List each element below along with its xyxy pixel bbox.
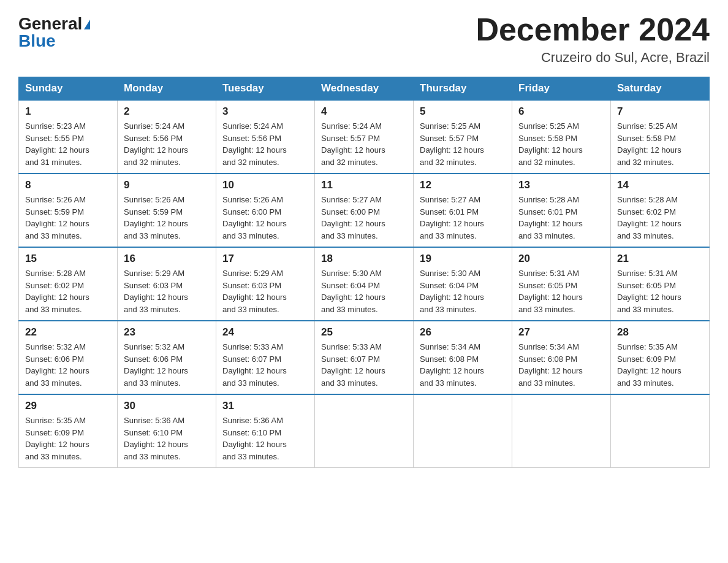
day-info: Sunrise: 5:26 AMSunset: 6:00 PMDaylight:…	[222, 194, 308, 242]
calendar-cell: 30Sunrise: 5:36 AMSunset: 6:10 PMDayligh…	[118, 394, 216, 468]
day-info: Sunrise: 5:28 AMSunset: 6:02 PMDaylight:…	[25, 267, 111, 315]
day-number: 20	[518, 253, 604, 265]
day-number: 5	[420, 105, 506, 118]
day-number: 17	[222, 253, 308, 265]
calendar-cell: 4Sunrise: 5:24 AMSunset: 5:57 PMDaylight…	[315, 100, 414, 174]
day-number: 31	[222, 400, 308, 412]
calendar-cell: 13Sunrise: 5:28 AMSunset: 6:01 PMDayligh…	[512, 174, 611, 247]
weekday-header-friday: Friday	[512, 77, 611, 101]
weekday-header-tuesday: Tuesday	[216, 77, 315, 101]
calendar-cell	[611, 394, 710, 468]
calendar-cell: 2Sunrise: 5:24 AMSunset: 5:56 PMDaylight…	[118, 100, 216, 174]
day-info: Sunrise: 5:25 AMSunset: 5:58 PMDaylight:…	[617, 120, 703, 168]
day-info: Sunrise: 5:28 AMSunset: 6:01 PMDaylight:…	[518, 194, 604, 242]
day-number: 27	[518, 326, 604, 339]
calendar-cell: 18Sunrise: 5:30 AMSunset: 6:04 PMDayligh…	[315, 247, 414, 321]
calendar-cell: 20Sunrise: 5:31 AMSunset: 6:05 PMDayligh…	[512, 247, 611, 321]
calendar-cell: 6Sunrise: 5:25 AMSunset: 5:58 PMDaylight…	[512, 100, 611, 174]
weekday-header-thursday: Thursday	[414, 77, 512, 101]
day-info: Sunrise: 5:24 AMSunset: 5:56 PMDaylight:…	[222, 120, 308, 168]
weekday-header-monday: Monday	[118, 77, 216, 101]
day-number: 3	[222, 105, 308, 118]
day-number: 30	[124, 400, 210, 412]
day-number: 21	[617, 253, 703, 265]
calendar-cell: 14Sunrise: 5:28 AMSunset: 6:02 PMDayligh…	[611, 174, 710, 247]
calendar-cell: 29Sunrise: 5:35 AMSunset: 6:09 PMDayligh…	[19, 394, 118, 468]
calendar-cell: 28Sunrise: 5:35 AMSunset: 6:09 PMDayligh…	[611, 321, 710, 394]
day-info: Sunrise: 5:34 AMSunset: 6:08 PMDaylight:…	[518, 341, 604, 389]
calendar-cell: 26Sunrise: 5:34 AMSunset: 6:08 PMDayligh…	[414, 321, 512, 394]
day-number: 4	[321, 105, 407, 118]
logo-general-line: General	[18, 15, 90, 33]
day-info: Sunrise: 5:29 AMSunset: 6:03 PMDaylight:…	[222, 267, 308, 315]
calendar-cell: 12Sunrise: 5:27 AMSunset: 6:01 PMDayligh…	[414, 174, 512, 247]
day-number: 25	[321, 326, 407, 339]
calendar-cell: 10Sunrise: 5:26 AMSunset: 6:00 PMDayligh…	[216, 174, 315, 247]
calendar-cell: 9Sunrise: 5:26 AMSunset: 5:59 PMDaylight…	[118, 174, 216, 247]
calendar-cell	[512, 394, 611, 468]
day-info: Sunrise: 5:30 AMSunset: 6:04 PMDaylight:…	[321, 267, 407, 315]
day-number: 12	[420, 179, 506, 191]
calendar-cell: 31Sunrise: 5:36 AMSunset: 6:10 PMDayligh…	[216, 394, 315, 468]
month-title: December 2024	[476, 12, 710, 47]
day-number: 24	[222, 326, 308, 339]
day-number: 19	[420, 253, 506, 265]
week-row-5: 29Sunrise: 5:35 AMSunset: 6:09 PMDayligh…	[19, 394, 710, 468]
day-info: Sunrise: 5:33 AMSunset: 6:07 PMDaylight:…	[222, 341, 308, 389]
calendar-cell	[315, 394, 414, 468]
calendar-cell: 24Sunrise: 5:33 AMSunset: 6:07 PMDayligh…	[216, 321, 315, 394]
calendar-cell: 22Sunrise: 5:32 AMSunset: 6:06 PMDayligh…	[19, 321, 118, 394]
day-number: 26	[420, 326, 506, 339]
week-row-4: 22Sunrise: 5:32 AMSunset: 6:06 PMDayligh…	[19, 321, 710, 394]
day-info: Sunrise: 5:35 AMSunset: 6:09 PMDaylight:…	[617, 341, 703, 389]
day-info: Sunrise: 5:36 AMSunset: 6:10 PMDaylight:…	[222, 415, 308, 462]
day-number: 18	[321, 253, 407, 265]
day-info: Sunrise: 5:28 AMSunset: 6:02 PMDaylight:…	[617, 194, 703, 242]
day-info: Sunrise: 5:33 AMSunset: 6:07 PMDaylight:…	[321, 341, 407, 389]
week-row-2: 8Sunrise: 5:26 AMSunset: 5:59 PMDaylight…	[19, 174, 710, 247]
calendar-cell: 11Sunrise: 5:27 AMSunset: 6:00 PMDayligh…	[315, 174, 414, 247]
day-info: Sunrise: 5:27 AMSunset: 6:01 PMDaylight:…	[420, 194, 506, 242]
day-info: Sunrise: 5:31 AMSunset: 6:05 PMDaylight:…	[518, 267, 604, 315]
day-number: 23	[124, 326, 210, 339]
day-number: 9	[124, 179, 210, 191]
calendar-cell: 23Sunrise: 5:32 AMSunset: 6:06 PMDayligh…	[118, 321, 216, 394]
day-info: Sunrise: 5:30 AMSunset: 6:04 PMDaylight:…	[420, 267, 506, 315]
calendar-cell: 21Sunrise: 5:31 AMSunset: 6:05 PMDayligh…	[611, 247, 710, 321]
week-row-3: 15Sunrise: 5:28 AMSunset: 6:02 PMDayligh…	[19, 247, 710, 321]
day-info: Sunrise: 5:23 AMSunset: 5:55 PMDaylight:…	[25, 120, 111, 168]
day-number: 22	[25, 326, 111, 339]
day-info: Sunrise: 5:29 AMSunset: 6:03 PMDaylight:…	[124, 267, 210, 315]
day-info: Sunrise: 5:26 AMSunset: 5:59 PMDaylight:…	[25, 194, 111, 242]
day-number: 10	[222, 179, 308, 191]
calendar-cell: 15Sunrise: 5:28 AMSunset: 6:02 PMDayligh…	[19, 247, 118, 321]
calendar-cell: 5Sunrise: 5:25 AMSunset: 5:57 PMDaylight…	[414, 100, 512, 174]
day-number: 7	[617, 105, 703, 118]
weekday-header-row: SundayMondayTuesdayWednesdayThursdayFrid…	[19, 77, 710, 101]
day-number: 6	[518, 105, 604, 118]
day-info: Sunrise: 5:31 AMSunset: 6:05 PMDaylight:…	[617, 267, 703, 315]
calendar-cell: 3Sunrise: 5:24 AMSunset: 5:56 PMDaylight…	[216, 100, 315, 174]
calendar-cell: 17Sunrise: 5:29 AMSunset: 6:03 PMDayligh…	[216, 247, 315, 321]
day-info: Sunrise: 5:25 AMSunset: 5:58 PMDaylight:…	[518, 120, 604, 168]
day-info: Sunrise: 5:24 AMSunset: 5:56 PMDaylight:…	[124, 120, 210, 168]
calendar-cell: 8Sunrise: 5:26 AMSunset: 5:59 PMDaylight…	[19, 174, 118, 247]
week-row-1: 1Sunrise: 5:23 AMSunset: 5:55 PMDaylight…	[19, 100, 710, 174]
day-number: 16	[124, 253, 210, 265]
day-number: 29	[25, 400, 111, 412]
day-number: 14	[617, 179, 703, 191]
day-info: Sunrise: 5:34 AMSunset: 6:08 PMDaylight:…	[420, 341, 506, 389]
calendar-cell: 27Sunrise: 5:34 AMSunset: 6:08 PMDayligh…	[512, 321, 611, 394]
day-info: Sunrise: 5:27 AMSunset: 6:00 PMDaylight:…	[321, 194, 407, 242]
day-number: 11	[321, 179, 407, 191]
weekday-header-wednesday: Wednesday	[315, 77, 414, 101]
logo: General Blue	[18, 12, 90, 50]
day-info: Sunrise: 5:26 AMSunset: 5:59 PMDaylight:…	[124, 194, 210, 242]
calendar-cell: 1Sunrise: 5:23 AMSunset: 5:55 PMDaylight…	[19, 100, 118, 174]
weekday-header-saturday: Saturday	[611, 77, 710, 101]
logo-blue-text: Blue	[18, 33, 56, 50]
day-number: 15	[25, 253, 111, 265]
logo-general-text: General	[18, 14, 82, 33]
day-number: 1	[25, 105, 111, 118]
title-block: December 2024 Cruzeiro do Sul, Acre, Bra…	[476, 12, 710, 66]
